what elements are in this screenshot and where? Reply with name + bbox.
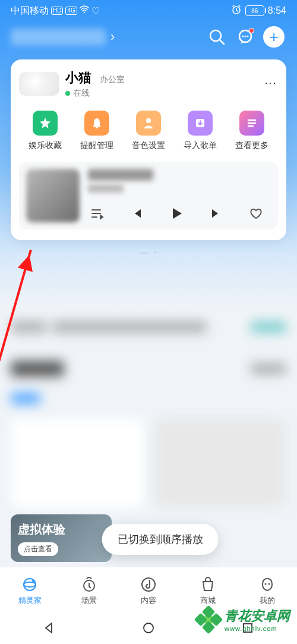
next-button[interactable] xyxy=(207,205,225,222)
action-grid: 娱乐收藏 提醒管理 音色设置 导入歌单 查看更多 xyxy=(19,111,278,151)
me-icon xyxy=(259,576,276,593)
nav-scene[interactable]: 场景 xyxy=(59,567,119,614)
battery-indicator: 86 xyxy=(245,5,264,16)
nav-label: 内容 xyxy=(141,595,156,606)
watermark-logo-icon xyxy=(196,607,221,632)
device-room-tag: 办公室 xyxy=(100,74,125,84)
track-title-blurred xyxy=(88,169,153,181)
device-name: 小猫 xyxy=(65,70,91,85)
top-nav: › + xyxy=(0,19,297,55)
notification-dot xyxy=(249,28,254,33)
svg-point-0 xyxy=(83,12,85,14)
net-badge: 4G xyxy=(65,7,77,15)
svg-point-10 xyxy=(142,578,155,591)
svg-point-12 xyxy=(268,583,270,585)
home-button[interactable] xyxy=(142,621,155,637)
hd-badge: HD xyxy=(51,7,63,15)
home-icon xyxy=(21,576,38,593)
promo-title: 虚拟体验 xyxy=(18,522,105,538)
wifi-icon xyxy=(80,5,89,16)
svg-point-4 xyxy=(146,118,151,123)
track-artist-blurred xyxy=(88,184,124,193)
action-more[interactable]: 查看更多 xyxy=(226,111,278,151)
page-title-blurred xyxy=(11,29,106,45)
nav-home[interactable]: 精灵家 xyxy=(0,567,59,614)
nav-content[interactable]: 内容 xyxy=(119,567,178,614)
action-label: 查看更多 xyxy=(235,140,268,151)
more-menu-button[interactable]: ⋮ xyxy=(264,77,278,90)
clock-label: 8:54 xyxy=(268,5,286,16)
device-image xyxy=(19,72,59,96)
card-pager: — · xyxy=(0,247,297,258)
device-status: 在线 xyxy=(65,88,125,99)
nav-label: 商城 xyxy=(200,595,216,606)
play-button[interactable] xyxy=(168,205,185,222)
nav-label: 精灵家 xyxy=(18,595,42,606)
plus-icon: + xyxy=(263,26,285,48)
action-label: 音色设置 xyxy=(132,140,165,151)
chevron-right-icon[interactable]: › xyxy=(110,29,115,45)
add-button[interactable]: + xyxy=(261,24,286,49)
action-label: 娱乐收藏 xyxy=(29,140,62,151)
svg-point-11 xyxy=(265,583,267,585)
content-icon xyxy=(140,576,157,593)
bell-icon xyxy=(84,111,109,136)
watermark: 青花安卓网 www.qhhlv.com xyxy=(196,607,290,632)
scene-icon xyxy=(81,576,97,593)
nav-label: 我的 xyxy=(260,595,275,606)
chat-button[interactable] xyxy=(233,24,258,49)
player-card xyxy=(19,162,278,230)
promo-cta[interactable]: 点击查看 xyxy=(18,542,58,556)
watermark-url: www.qhhlv.com xyxy=(225,625,290,632)
action-favorites[interactable]: 娱乐收藏 xyxy=(19,111,71,151)
nav-label: 场景 xyxy=(81,595,97,606)
search-button[interactable] xyxy=(204,24,229,49)
alarm-icon xyxy=(231,4,242,17)
action-label: 提醒管理 xyxy=(80,140,113,151)
status-dot-icon xyxy=(65,91,70,96)
mall-icon xyxy=(200,576,216,593)
playlist-button[interactable] xyxy=(88,205,106,222)
star-icon xyxy=(33,111,58,136)
svg-point-8 xyxy=(32,580,34,582)
action-reminders[interactable]: 提醒管理 xyxy=(71,111,122,151)
status-bar: 中国移动 HD 4G ♡ 86 8:54 xyxy=(0,0,297,19)
back-button[interactable] xyxy=(43,621,56,637)
watermark-brand: 青花安卓网 xyxy=(225,608,290,623)
import-icon xyxy=(188,111,213,136)
svg-point-13 xyxy=(144,623,153,633)
list-icon xyxy=(239,111,264,136)
heart-icon: ♡ xyxy=(91,5,100,17)
album-art[interactable] xyxy=(26,169,80,222)
action-voice[interactable]: 音色设置 xyxy=(122,111,174,151)
prev-button[interactable] xyxy=(128,205,146,222)
svg-point-7 xyxy=(24,582,36,587)
voice-icon xyxy=(136,111,161,136)
device-card: 小猫 办公室 在线 ⋮ 娱乐收藏 提醒管理 音色设置 导入歌单 xyxy=(11,59,286,240)
toast-message: 已切换到顺序播放 xyxy=(102,524,219,555)
action-label: 导入歌单 xyxy=(184,140,217,151)
action-import-playlist[interactable]: 导入歌单 xyxy=(175,111,226,151)
carrier-label: 中国移动 xyxy=(11,5,49,17)
like-button[interactable] xyxy=(247,205,265,222)
promo-banner[interactable]: 虚拟体验 点击查看 xyxy=(11,514,112,562)
